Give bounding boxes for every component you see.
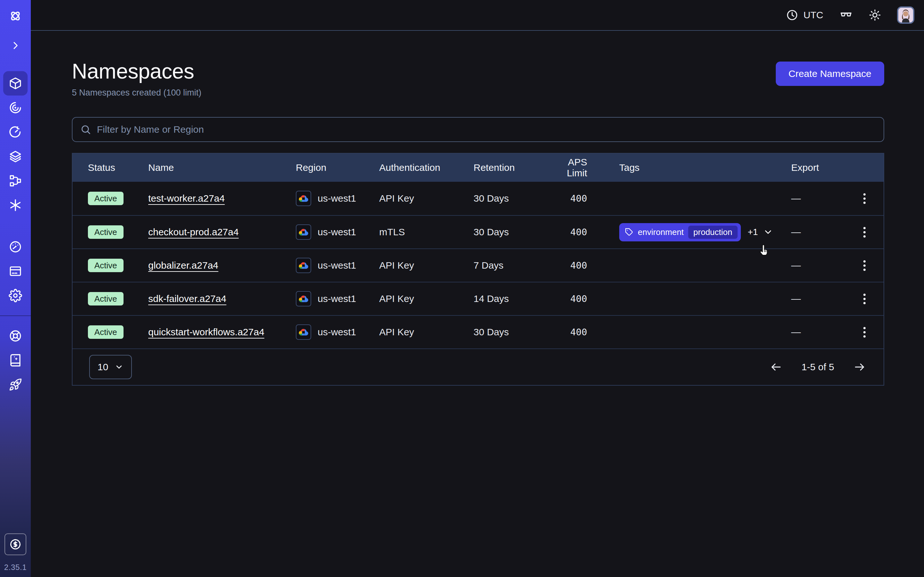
retention-cell: 30 Days [473, 227, 547, 237]
namespace-link[interactable]: quickstart-workflows.a27a4 [148, 327, 264, 338]
previous-page-button[interactable] [769, 359, 783, 374]
namespaces-page: 2.35.1 UTC [0, 0, 924, 577]
name-cell: checkout-prod.a27a4 [148, 227, 296, 237]
name-cell: quickstart-workflows.a27a4 [148, 327, 296, 338]
row-actions-kebab-button[interactable] [861, 258, 868, 274]
table-header: Status Name Region Authentication Retent… [73, 153, 884, 182]
page-title: Namespaces [72, 59, 884, 83]
sidebar-item-billing[interactable] [3, 259, 27, 284]
timezone-label: UTC [803, 10, 823, 21]
temporal-logo[interactable] [3, 4, 27, 28]
sidebar-item-nexus[interactable] [3, 193, 27, 218]
tags-expand-chevron[interactable] [763, 227, 773, 237]
aps-limit-cell: 400 [547, 193, 587, 204]
next-page-button[interactable] [852, 359, 867, 374]
status-badge: Active [88, 292, 124, 306]
sidebar-item-schedules[interactable] [3, 120, 27, 144]
aps-limit-cell: 400 [547, 327, 587, 338]
column-header-status: Status [88, 162, 148, 173]
region-label: us-west1 [318, 293, 356, 304]
status-cell: Active [88, 226, 148, 239]
column-header-name: Name [148, 162, 296, 173]
status-badge: Active [88, 326, 124, 339]
glasses-icon[interactable] [839, 8, 853, 22]
sidebar-item-docs[interactable] [3, 348, 27, 372]
export-value: — [791, 327, 801, 338]
sidebar-item-deployments[interactable] [3, 144, 27, 169]
tag-value: production [688, 226, 737, 239]
aps-limit-cell: 400 [547, 293, 587, 304]
page-size-select[interactable]: 10 [89, 355, 132, 379]
column-header-export: Export [791, 162, 868, 173]
aps-limit-cell: 400 [547, 227, 587, 237]
gcp-logo-icon [296, 258, 311, 273]
sidebar-item-workflows[interactable] [3, 95, 27, 120]
namespace-link[interactable]: test-worker.a27a4 [148, 193, 225, 204]
name-cell: sdk-failover.a27a4 [148, 293, 296, 304]
filter-input[interactable] [97, 124, 876, 135]
timezone-selector[interactable]: UTC [786, 9, 823, 21]
status-cell: Active [88, 259, 148, 272]
table-row: Active quickstart-workflows.a27a4 us-wes… [73, 315, 884, 348]
export-cell: — [791, 191, 868, 206]
name-cell: globalizer.a27a4 [148, 260, 296, 271]
retention-cell: 7 Days [473, 260, 547, 271]
status-cell: Active [88, 326, 148, 339]
filter-field [72, 117, 884, 142]
region-cell: us-west1 [296, 224, 379, 240]
sidebar-item-namespaces[interactable] [3, 71, 27, 95]
export-cell: — [791, 224, 868, 240]
sidebar-item-support[interactable] [3, 324, 27, 348]
export-value: — [791, 260, 801, 271]
namespace-link[interactable]: sdk-failover.a27a4 [148, 293, 226, 304]
gcp-logo-icon [296, 291, 311, 306]
status-cell: Active [88, 292, 148, 306]
namespace-link[interactable]: globalizer.a27a4 [148, 260, 218, 271]
export-cell: — [791, 324, 868, 340]
pricing-dollar-icon[interactable] [5, 533, 26, 555]
create-namespace-button[interactable]: Create Namespace [776, 61, 884, 86]
retention-cell: 30 Days [473, 327, 547, 338]
namespace-link[interactable]: checkout-prod.a27a4 [148, 227, 239, 237]
tags-more-count: +1 [748, 227, 758, 237]
export-value: — [791, 227, 801, 237]
auth-cell: API Key [379, 327, 473, 338]
status-badge: Active [88, 226, 124, 239]
sidebar-item-usage[interactable] [3, 235, 27, 259]
sidebar-expand-chevron[interactable] [3, 33, 27, 58]
tag-pill[interactable]: environmentproduction [619, 223, 741, 242]
row-actions-kebab-button[interactable] [861, 224, 868, 240]
retention-cell: 30 Days [473, 193, 547, 204]
sidebar-item-batch-operations[interactable] [3, 169, 27, 193]
table-row: Active checkout-prod.a27a4 us-west1 [73, 215, 884, 248]
chevron-down-icon [115, 363, 124, 372]
table-body: Active test-worker.a27a4 us-west1 [73, 182, 884, 348]
gcp-logo-icon [296, 324, 311, 340]
export-cell: — [791, 258, 868, 274]
row-actions-kebab-button[interactable] [861, 291, 868, 307]
auth-cell: API Key [379, 293, 473, 304]
sidebar: 2.35.1 [0, 0, 31, 577]
region-cell: us-west1 [296, 258, 379, 273]
export-cell: — [791, 291, 868, 307]
theme-toggle-sun-icon[interactable] [869, 9, 881, 21]
table-footer: 10 1-5 of 5 [73, 348, 884, 385]
column-header-authentication: Authentication [379, 162, 473, 173]
user-avatar[interactable] [897, 6, 914, 24]
column-header-aps-limit: APS Limit [547, 157, 587, 179]
auth-cell: API Key [379, 260, 473, 271]
region-cell: us-west1 [296, 324, 379, 340]
gcp-logo-icon [296, 191, 311, 206]
namespaces-table: Status Name Region Authentication Retent… [72, 153, 884, 386]
table-row: Active globalizer.a27a4 us-west1 [73, 248, 884, 282]
sidebar-item-settings[interactable] [3, 284, 27, 308]
page-subtitle: 5 Namespaces created (100 limit) [72, 88, 884, 98]
region-label: us-west1 [318, 260, 356, 271]
column-header-region: Region [296, 162, 379, 173]
row-actions-kebab-button[interactable] [861, 191, 868, 206]
retention-cell: 14 Days [473, 293, 547, 304]
topbar: UTC [31, 0, 924, 31]
row-actions-kebab-button[interactable] [861, 324, 868, 340]
sidebar-item-getting-started[interactable] [3, 372, 27, 397]
region-cell: us-west1 [296, 191, 379, 206]
